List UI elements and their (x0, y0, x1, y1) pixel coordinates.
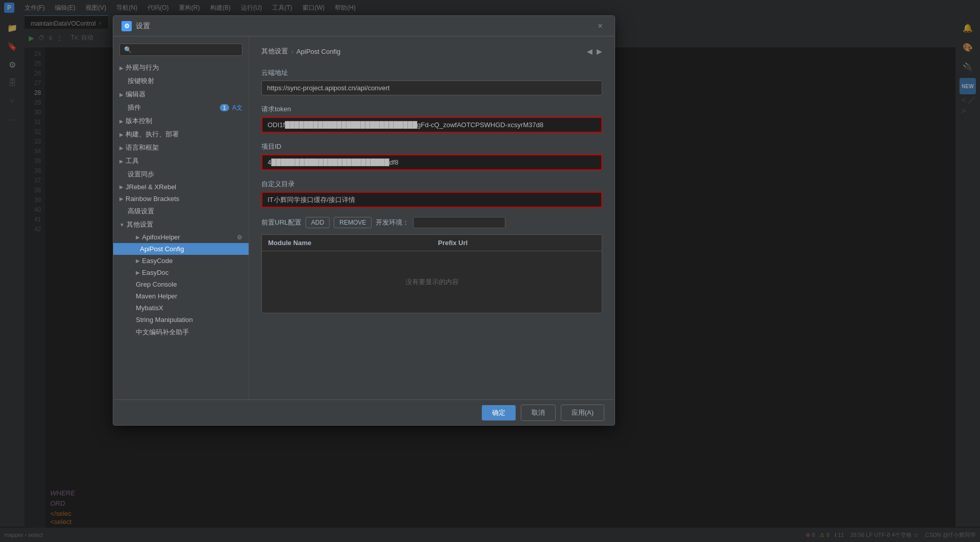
tree-label-rainbow: Rainbow Brackets (126, 195, 179, 203)
tree-label-keymap: 按键映射 (128, 76, 154, 86)
breadcrumb-parent: 其他设置 (261, 47, 288, 56)
tree-label-apipost: ApiPost Config (140, 245, 184, 253)
project-id-label: 项目ID (261, 142, 602, 151)
url-config-row: 前置URL配置 ADD REMOVE 开发环境： (261, 217, 602, 228)
settings-dialog: ⚙ 设置 × ▶ 外观与行为 按键映射 ▶ 编辑器 插件 1 (113, 15, 615, 426)
tree-item-plugins[interactable]: 插件 1 A文 (113, 101, 249, 114)
tree-item-sync[interactable]: 设置同步 (113, 168, 249, 181)
chevron-other: ▼ (119, 222, 125, 228)
chevron-jrebel: ▶ (119, 184, 124, 190)
chevron-appearance: ▶ (119, 65, 124, 71)
tree-item-jrebel[interactable]: ▶ JRebel & XRebel (113, 181, 249, 193)
breadcrumb-current: ApiPost Config (296, 48, 340, 55)
cloud-url-label: 云端地址 (261, 68, 602, 77)
tree-item-chinese[interactable]: 中文编码补全助手 (113, 326, 249, 339)
tree-item-build[interactable]: ▶ 构建、执行、部署 (113, 128, 249, 141)
tree-label-plugins: 插件 (128, 103, 141, 112)
table-col-prefix: Prefix Url (432, 235, 602, 251)
chevron-apifox: ▶ (136, 234, 140, 240)
tree-item-other[interactable]: ▼ 其他设置 (113, 218, 249, 231)
tree-label-maven: Maven Helper (136, 292, 177, 300)
dialog-close-button[interactable]: × (594, 20, 606, 32)
tree-item-easycode[interactable]: ▶ EasyCode (113, 255, 249, 267)
custom-dir-input[interactable] (261, 192, 602, 208)
chevron-vcs: ▶ (119, 118, 124, 124)
tree-label-build: 构建、执行、部署 (126, 130, 179, 139)
chevron-languages: ▶ (119, 145, 124, 151)
breadcrumb: 其他设置 › ApiPost Config ◀ ▶ (261, 47, 602, 56)
remove-url-button[interactable]: REMOVE (334, 217, 372, 228)
tree-label-languages: 语言和框架 (126, 143, 159, 152)
tree-item-apipost[interactable]: ApiPost Config (113, 243, 249, 255)
tree-label-advanced: 高级设置 (128, 207, 154, 216)
cloud-url-input[interactable] (261, 81, 602, 95)
gear-icon-apifox: ⚙ (237, 234, 242, 241)
tree-label-editor: 编辑器 (126, 90, 146, 99)
chevron-easydoc: ▶ (136, 270, 140, 275)
dialog-titlebar: ⚙ 设置 × (113, 16, 615, 36)
breadcrumb-separator: › (291, 48, 293, 55)
table-empty-text: 没有要显示的内容 (405, 277, 459, 287)
tree-label-chinese: 中文编码补全助手 (136, 328, 189, 337)
tree-item-keymap[interactable]: 按键映射 (113, 74, 249, 88)
tree-item-mybatisx[interactable]: MybatisX (113, 302, 249, 314)
tree-label-easycode: EasyCode (142, 257, 173, 265)
tree-label-vcs: 版本控制 (126, 116, 152, 126)
chevron-easycode: ▶ (136, 258, 140, 264)
tree-item-appearance[interactable]: ▶ 外观与行为 (113, 61, 249, 74)
plugins-badge: 1 (220, 104, 229, 111)
translate-icon: A文 (232, 104, 242, 112)
chevron-tools: ▶ (119, 158, 124, 164)
env-input[interactable] (413, 217, 505, 228)
chevron-rainbow: ▶ (119, 196, 124, 202)
tree-label-jrebel: JRebel & XRebel (126, 183, 176, 191)
tree-item-rainbow[interactable]: ▶ Rainbow Brackets (113, 193, 249, 205)
tree-label-mybatisx: MybatisX (136, 304, 163, 312)
tree-label-tools: 工具 (126, 156, 139, 166)
tree-item-advanced[interactable]: 高级设置 (113, 205, 249, 218)
tree-label-other: 其他设置 (127, 220, 153, 229)
custom-dir-label: 自定义目录 (261, 179, 602, 189)
dialog-footer: 确定 取消 应用(A) (113, 399, 615, 425)
settings-content-panel: 其他设置 › ApiPost Config ◀ ▶ 云端地址 请求token 项… (249, 36, 615, 399)
project-id-input[interactable] (261, 154, 602, 170)
tree-item-grep[interactable]: Grep Console (113, 278, 249, 290)
tree-item-stringmanip[interactable]: String Manipulation (113, 314, 249, 326)
tree-label-sync: 设置同步 (128, 170, 154, 179)
token-input[interactable] (261, 117, 602, 133)
chevron-build: ▶ (119, 132, 124, 137)
token-label: 请求token (261, 105, 602, 114)
url-config-label: 前置URL配置 (261, 218, 301, 227)
breadcrumb-back-button[interactable]: ◀ (587, 47, 593, 55)
breadcrumb-forward-button[interactable]: ▶ (597, 47, 602, 55)
tree-item-vcs[interactable]: ▶ 版本控制 (113, 114, 249, 128)
add-url-button[interactable]: ADD (305, 217, 330, 228)
dialog-title: 设置 (136, 22, 150, 31)
settings-tree-panel: ▶ 外观与行为 按键映射 ▶ 编辑器 插件 1 A文 ▶ 版本控制 ▶ 构建、执… (113, 36, 249, 399)
chevron-editor: ▶ (119, 92, 124, 97)
tree-label-apifox: ApifoxHelper (142, 233, 180, 241)
tree-label-appearance: 外观与行为 (126, 63, 159, 72)
tree-item-apifox[interactable]: ▶ ApifoxHelper ⚙ (113, 231, 249, 243)
tree-item-easydoc[interactable]: ▶ EasyDoc (113, 267, 249, 278)
search-wrap (113, 41, 249, 61)
tree-label-easydoc: EasyDoc (142, 269, 169, 276)
confirm-button[interactable]: 确定 (482, 405, 516, 420)
table-col-module: Module Name (262, 235, 432, 251)
tree-item-languages[interactable]: ▶ 语言和框架 (113, 141, 249, 154)
env-label: 开发环境： (376, 218, 409, 227)
prefix-table: Module Name Prefix Url 没有要显示的内容 (261, 234, 602, 313)
dialog-title-icon: ⚙ (121, 21, 132, 31)
tree-item-maven[interactable]: Maven Helper (113, 290, 249, 302)
dialog-body: ▶ 外观与行为 按键映射 ▶ 编辑器 插件 1 A文 ▶ 版本控制 ▶ 构建、执… (113, 36, 615, 399)
prefix-table-body: 没有要显示的内容 (262, 251, 602, 313)
settings-search-input[interactable] (119, 44, 242, 56)
tree-label-stringmanip: String Manipulation (136, 316, 193, 324)
cancel-button[interactable]: 取消 (521, 405, 556, 421)
tree-item-tools[interactable]: ▶ 工具 (113, 154, 249, 168)
breadcrumb-nav: ◀ ▶ (587, 47, 602, 55)
tree-label-grep: Grep Console (136, 280, 177, 288)
tree-item-editor[interactable]: ▶ 编辑器 (113, 88, 249, 101)
prefix-table-header: Module Name Prefix Url (262, 235, 602, 251)
apply-button[interactable]: 应用(A) (561, 405, 604, 421)
